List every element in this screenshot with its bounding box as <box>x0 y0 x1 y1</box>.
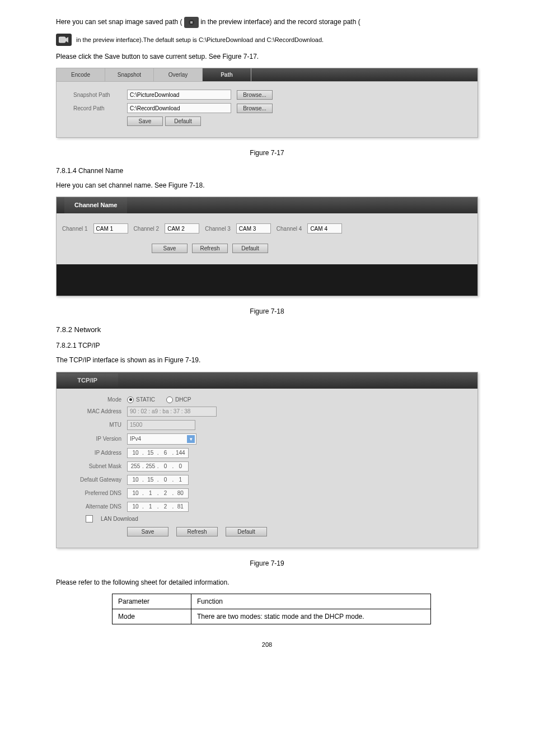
input-ch3[interactable] <box>236 223 271 234</box>
label-subnet: Subnet Mask <box>73 463 121 469</box>
label-ch1: Channel 1 <box>62 226 88 232</box>
table-lead: Please refer to the following sheet for … <box>56 577 478 588</box>
snapshot-path-input[interactable] <box>127 90 231 100</box>
default-button[interactable]: Default <box>232 244 268 253</box>
label-pdns: Preferred DNS <box>73 490 121 496</box>
tcpip-panel: TCP/IP Mode STATIC DHCP MAC Address MTU … <box>56 372 478 548</box>
preview-record-icon <box>56 34 72 46</box>
tab-snapshot[interactable]: Snapshot <box>105 68 154 81</box>
path-figure-line: Please click the Save button to save cur… <box>56 52 478 62</box>
tab-path[interactable]: Path <box>203 68 251 81</box>
label-record-path: Record Path <box>73 105 121 111</box>
save-button[interactable]: Save <box>152 244 188 253</box>
network-title: 7.8.2 Network <box>56 325 478 334</box>
label-adns: Alternate DNS <box>73 503 121 510</box>
th-function: Function <box>191 594 431 609</box>
gateway-input[interactable]: 10.15.0.1 <box>127 475 189 485</box>
label-ch3: Channel 3 <box>205 226 231 232</box>
tcpip-intro: The TCP/IP interface is shown as in Figu… <box>56 355 478 366</box>
label-ch4: Channel 4 <box>277 226 302 232</box>
input-ch1[interactable] <box>93 223 128 234</box>
figcap-7-18: Figure 7-18 <box>56 307 478 315</box>
label-lan-download: LAN Download <box>101 516 138 522</box>
default-button[interactable]: Default <box>226 527 267 536</box>
label-ipver: IP Version <box>73 436 121 442</box>
page-number: 208 <box>56 641 478 648</box>
preferred-dns-input[interactable]: 10.1.2.80 <box>127 488 189 498</box>
svg-rect-0 <box>59 37 65 43</box>
alternate-dns-input[interactable]: 10.1.2.81 <box>127 502 189 512</box>
record-icon-row: in the preview interface).The default se… <box>56 34 478 46</box>
table-row: Mode There are two modes: static mode an… <box>113 609 431 624</box>
refresh-button[interactable]: Refresh <box>192 244 228 253</box>
figcap-7-19: Figure 7-19 <box>56 559 478 567</box>
chevron-down-icon: ▾ <box>187 435 195 443</box>
tab-overlay[interactable]: Overlay <box>154 68 203 81</box>
label-ch2: Channel 2 <box>134 226 160 232</box>
channel-title: 7.8.1.4 Channel Name <box>56 167 478 175</box>
refresh-button[interactable]: Refresh <box>176 527 218 536</box>
record-path-input[interactable] <box>127 103 231 113</box>
mtu-input <box>127 420 195 430</box>
browse-record-button[interactable]: Browse... <box>237 104 273 113</box>
input-ch2[interactable] <box>165 223 199 234</box>
save-button[interactable]: Save <box>127 116 163 126</box>
label-mtu: MTU <box>73 422 121 428</box>
label-mode: Mode <box>73 396 121 403</box>
subnet-input[interactable]: 255.255.0.0 <box>127 461 189 472</box>
path-intro: Here you can set snap image saved path (… <box>56 17 478 28</box>
figcap-7-17: Figure 7-17 <box>56 149 478 157</box>
input-ch4[interactable] <box>307 223 342 234</box>
lan-download-checkbox[interactable] <box>86 515 93 522</box>
mac-input <box>127 407 217 417</box>
channel-panel: Channel Name Channel 1 Channel 2 Channel… <box>56 197 478 296</box>
save-button[interactable]: Save <box>127 527 168 536</box>
path-panel: Encode Snapshot Overlay Path Snapshot Pa… <box>56 68 478 138</box>
tab-channel-name[interactable]: Channel Name <box>64 197 127 213</box>
label-gateway: Default Gateway <box>73 477 121 483</box>
default-button[interactable]: Default <box>165 116 201 126</box>
radio-static[interactable]: STATIC <box>127 396 155 403</box>
tab-tcpip[interactable]: TCP/IP <box>57 374 118 387</box>
tcpip-title: 7.8.2.1 TCP/IP <box>56 342 478 349</box>
channel-intro: Here you can set channel name. See Figur… <box>56 180 478 191</box>
ipversion-select[interactable]: IPv4 ▾ <box>127 433 196 445</box>
tab-encode[interactable]: Encode <box>57 68 105 81</box>
ipaddress-input[interactable]: 10.15.6.144 <box>127 448 189 458</box>
label-ipaddr: IP Address <box>73 450 121 456</box>
label-mac: MAC Address <box>73 408 121 414</box>
param-table: Parameter Function Mode There are two mo… <box>112 594 431 624</box>
browse-snapshot-button[interactable]: Browse... <box>237 90 273 100</box>
th-parameter: Parameter <box>113 594 191 609</box>
preview-snap-icon <box>184 17 199 28</box>
label-snapshot-path: Snapshot Path <box>73 92 121 98</box>
radio-dhcp[interactable]: DHCP <box>166 396 191 403</box>
